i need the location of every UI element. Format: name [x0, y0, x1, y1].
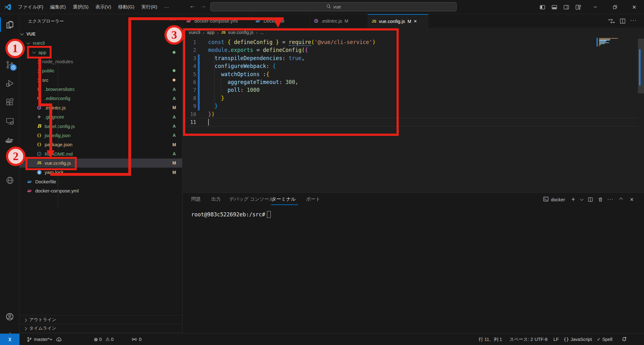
source-control-icon[interactable]: [0, 57, 19, 72]
tab-vue-config[interactable]: JSvue.config.jsM×: [368, 14, 428, 28]
tree-item-docker-compose-yml[interactable]: docker-compose.yml: [19, 186, 182, 195]
layout-sidebar-left-icon[interactable]: [536, 0, 548, 14]
menu-view[interactable]: 表示(V): [92, 3, 115, 12]
extensions-icon[interactable]: [0, 95, 19, 110]
panel-tab-debug-console[interactable]: デバッグ コンソール: [229, 196, 274, 202]
annotation-line-bottom: [50, 173, 131, 176]
panel-tab-output[interactable]: 出力: [211, 196, 221, 202]
tree-item-babel-config-js[interactable]: Bbabel.config.jsA: [19, 122, 182, 131]
account-icon[interactable]: [0, 309, 19, 324]
kill-terminal-icon[interactable]: [596, 195, 604, 204]
editor-more-actions-icon[interactable]: ···: [630, 17, 637, 24]
error-count: 0: [99, 337, 102, 342]
outline-section[interactable]: アウトライン: [19, 315, 182, 324]
minimap-line: [599, 42, 606, 42]
active-panel-tab-underline: [271, 204, 298, 205]
terminal-cursor: [267, 211, 271, 218]
layout-sidebar-right-icon[interactable]: [560, 0, 572, 14]
babel-icon: B: [36, 124, 42, 129]
menu-selection[interactable]: 選択(S): [69, 3, 92, 12]
braces-icon: {}: [564, 337, 569, 342]
open-changes-icon[interactable]: [608, 18, 615, 25]
git-status-badge: M: [171, 160, 177, 165]
minimap-line: [599, 39, 610, 40]
customize-layout-icon[interactable]: [572, 0, 584, 14]
annotation-step-circle-2: 2: [6, 147, 25, 166]
tree-item--editorconfig[interactable]: .editorconfigA: [19, 94, 182, 103]
panel-tab-problems[interactable]: 問題: [191, 196, 201, 202]
split-terminal-icon[interactable]: [586, 195, 594, 204]
tree-item-package-json[interactable]: {}package.jsonM: [19, 140, 182, 149]
annotation-line-top: [129, 17, 284, 20]
timeline-section[interactable]: タイムライン: [19, 324, 182, 333]
problems-status[interactable]: ⊗ 0 ⚠ 0: [94, 334, 114, 345]
encoding[interactable]: UTF-8: [535, 334, 547, 345]
forwarded-ports-count: 0: [139, 337, 142, 342]
tree-item-label: package.json: [45, 142, 72, 147]
tree-item-public[interactable]: public: [19, 66, 182, 75]
panel-more-actions-icon[interactable]: ···: [606, 195, 614, 204]
ports-status[interactable]: 0: [131, 334, 142, 345]
indentation[interactable]: スペース: 2: [509, 334, 533, 345]
annotation-box-vue-config: [25, 157, 77, 170]
minimap-line: [599, 42, 609, 43]
git-branch-status[interactable]: master*+: [27, 334, 62, 345]
spell-checker[interactable]: ✓ Spell: [597, 334, 612, 345]
git-status-dot: [173, 69, 175, 72]
menu-go[interactable]: 移動(G): [115, 3, 138, 12]
terminal-icon: [543, 196, 549, 203]
docker-icon[interactable]: [0, 133, 19, 148]
search-icon: [326, 4, 331, 10]
panel-tab-ports[interactable]: ポート: [306, 196, 320, 202]
terminal-instance[interactable]: docker: [543, 195, 565, 204]
tree-item-jsconfig-json[interactable]: {}jsconfig.jsonA: [19, 131, 182, 140]
annotation-arrow-segment: [38, 58, 41, 106]
tab-eslintrc[interactable]: .eslintrc.jsM: [310, 14, 368, 28]
terminal-prompt[interactable]: root@983c522692eb:/src#: [191, 211, 271, 218]
tab-docker-compose[interactable]: docker-compose.yml: [182, 14, 252, 28]
tree-item--gitignore[interactable]: .gitignoreA: [19, 112, 182, 121]
tab-label: vue.config.js: [379, 19, 405, 24]
menu-edit[interactable]: 編集(E): [47, 3, 69, 12]
git-status-badge: A: [171, 96, 177, 101]
nav-back-icon[interactable]: ←: [189, 3, 195, 9]
command-center-search[interactable]: vue: [210, 2, 457, 11]
remote-explorer-icon[interactable]: [0, 114, 19, 129]
menu-run[interactable]: 実行(R): [138, 3, 161, 12]
menu-more[interactable]: ···: [161, 3, 172, 11]
close-panel-icon[interactable]: ×: [628, 195, 636, 204]
tree-item-dockerfile[interactable]: Dockerfile: [19, 177, 182, 186]
eslint-icon: [314, 19, 319, 23]
annotation-box-code: [183, 28, 399, 136]
cursor-position[interactable]: 行 11、列 1: [479, 334, 502, 345]
yarn-icon: y: [36, 170, 42, 175]
language-mode[interactable]: {} JavaScript: [564, 334, 592, 345]
explorer-icon[interactable]: [0, 17, 19, 32]
timeline-label: タイムライン: [29, 326, 56, 331]
tab-close-icon[interactable]: ×: [414, 18, 417, 25]
notifications-bell[interactable]: [621, 334, 627, 345]
tree-item-src[interactable]: src: [19, 75, 182, 85]
split-editor-icon[interactable]: [619, 18, 626, 25]
tree-item--browserslistrc[interactable]: .browserslistrcA: [19, 85, 182, 94]
window-minimize-button[interactable]: −: [586, 0, 605, 14]
tree-item-vue[interactable]: VUE: [19, 29, 182, 38]
nav-forward-icon[interactable]: →: [200, 3, 206, 9]
explorer-title: エクスプローラー: [28, 19, 64, 24]
tab-modified-badge: M: [408, 19, 411, 24]
run-debug-icon[interactable]: [0, 76, 19, 91]
annotation-box-app-folder: [27, 46, 52, 58]
new-terminal-button[interactable]: +: [570, 195, 577, 204]
panel-tab-terminal[interactable]: ターミナル: [272, 196, 296, 202]
window-close-button[interactable]: ×: [625, 0, 644, 14]
terminal-dropdown-icon[interactable]: [579, 195, 585, 204]
menu-file[interactable]: ファイル(F): [14, 3, 47, 12]
eol-sequence[interactable]: LF: [553, 334, 559, 345]
layout-panel-bottom-icon[interactable]: [548, 0, 560, 14]
remote-indicator[interactable]: [0, 334, 19, 345]
sync-cloud-icon: [56, 337, 62, 342]
globe-icon[interactable]: [0, 173, 19, 188]
braces-icon: {}: [36, 133, 42, 138]
window-restore-button[interactable]: [605, 0, 625, 14]
maximize-panel-icon[interactable]: [617, 195, 625, 204]
